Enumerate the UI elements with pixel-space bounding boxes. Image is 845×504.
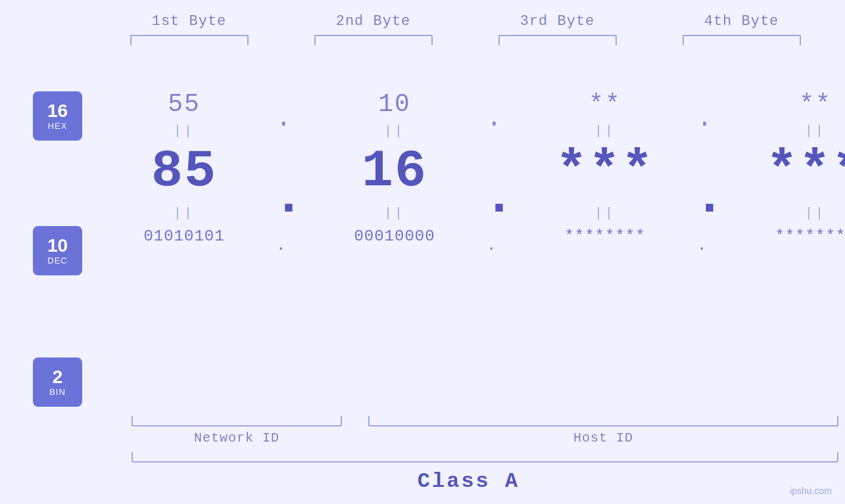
dec-val-4: *** xyxy=(723,145,845,198)
dec-val-3: *** xyxy=(513,145,697,198)
eq-2-1: || xyxy=(174,206,195,221)
dec-dot-3: . xyxy=(694,172,725,224)
byte1-header: 1st Byte xyxy=(97,13,281,30)
eq-1-3: || xyxy=(594,124,616,139)
byte2-header: 2nd Byte xyxy=(281,13,466,30)
eq-row-2: || || || || xyxy=(92,206,845,221)
bin-val-1: 01010101 xyxy=(92,227,276,245)
hex-val-3: ** xyxy=(513,90,697,118)
top-bracket-3 xyxy=(466,35,650,45)
hex-val-1: 55 xyxy=(92,90,276,118)
eq-2-4: || xyxy=(805,206,826,221)
bin-dot-2: . xyxy=(487,237,496,254)
eq-2-2: || xyxy=(384,206,405,221)
watermark: ipshu.com xyxy=(790,486,832,496)
bin-badge: 2 BIN xyxy=(33,357,82,407)
hex-dot-2: . xyxy=(487,104,502,133)
bin-dot-1: . xyxy=(276,237,285,254)
top-bracket-4 xyxy=(650,35,834,45)
dec-number: 10 xyxy=(47,236,68,256)
bin-val-2: 00010000 xyxy=(302,227,487,245)
hex-number: 16 xyxy=(47,101,68,122)
hex-values-row: 55 . 10 . ** . ** xyxy=(92,90,845,118)
hex-dot-3: . xyxy=(697,104,712,133)
dec-val-2: 16 xyxy=(302,145,487,198)
eq-2-3: || xyxy=(594,206,616,221)
bin-dot-3: . xyxy=(697,237,706,254)
dec-badge: 10 DEC xyxy=(33,226,82,275)
hex-dot-1: . xyxy=(276,104,291,133)
dec-base: DEC xyxy=(47,256,67,265)
eq-1-2: || xyxy=(384,124,405,139)
hex-base: HEX xyxy=(48,122,68,131)
bin-number: 2 xyxy=(53,367,63,388)
hex-val-2: 10 xyxy=(302,90,487,118)
class-label: Class A xyxy=(418,469,519,493)
hex-val-4: ** xyxy=(723,90,845,118)
dec-values-row: 85 . 16 . *** . *** xyxy=(92,145,845,198)
bin-val-4: ******** xyxy=(723,227,845,245)
top-bracket-2 xyxy=(281,35,466,45)
bin-values-row: 01010101 . 00010000 . ******** . xyxy=(92,227,845,245)
eq-1-1: || xyxy=(174,124,195,139)
dec-dot-1: . xyxy=(273,172,304,224)
bottom-bracket-host xyxy=(368,416,838,426)
hex-badge: 16 HEX xyxy=(33,91,82,141)
byte3-header: 3rd Byte xyxy=(466,13,650,30)
bin-val-3: ******** xyxy=(513,227,697,245)
top-bracket-1 xyxy=(97,35,281,45)
bin-base: BIN xyxy=(49,388,66,397)
bottom-bracket-network xyxy=(132,416,342,426)
class-label-row: Class A xyxy=(92,469,845,493)
network-id-label: Network ID xyxy=(132,430,342,446)
byte4-header: 4th Byte xyxy=(650,13,834,30)
bottom-brackets xyxy=(92,416,845,426)
big-bottom-bracket xyxy=(132,452,838,463)
eq-row-1: || || || || xyxy=(92,124,845,139)
dec-val-1: 85 xyxy=(92,145,276,198)
id-labels: Network ID Host ID xyxy=(92,430,845,446)
host-id-label: Host ID xyxy=(368,430,838,446)
dec-dot-2: . xyxy=(483,172,515,224)
eq-1-4: || xyxy=(805,124,826,139)
